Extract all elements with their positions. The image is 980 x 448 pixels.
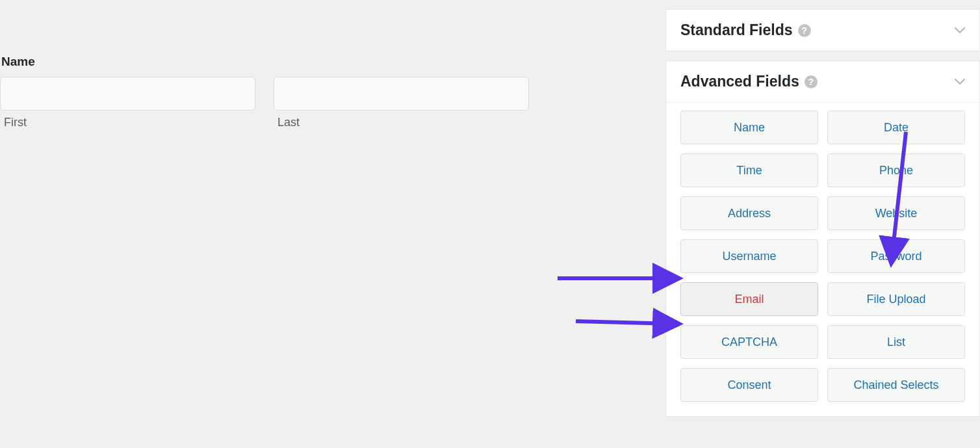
fields-sidebar: Standard Fields ? Advanced Fields ? Name…: [665, 0, 980, 448]
help-icon[interactable]: ?: [798, 24, 811, 37]
advanced-fields-body: Name Date Time Phone Address Website Use…: [666, 102, 979, 416]
last-name-sublabel: Last: [277, 116, 529, 129]
advanced-fields-header[interactable]: Advanced Fields ?: [666, 61, 979, 102]
field-button-file-upload[interactable]: File Upload: [827, 282, 965, 316]
advanced-fields-panel: Advanced Fields ? Name Date Time Phone A…: [665, 60, 980, 417]
caret-down-icon: [955, 79, 965, 85]
caret-down-icon: [955, 27, 965, 34]
first-name-sublabel: First: [4, 116, 255, 129]
field-button-captcha[interactable]: CAPTCHA: [680, 325, 818, 359]
field-button-consent[interactable]: Consent: [680, 368, 818, 402]
first-name-column: First: [0, 77, 255, 129]
field-button-name[interactable]: Name: [680, 111, 818, 144]
field-button-email[interactable]: Email: [680, 282, 818, 316]
help-icon[interactable]: ?: [805, 75, 818, 88]
field-button-address[interactable]: Address: [680, 196, 818, 230]
field-button-website[interactable]: Website: [827, 196, 965, 230]
field-button-date[interactable]: Date: [827, 111, 965, 144]
field-button-username[interactable]: Username: [680, 239, 818, 273]
last-name-input[interactable]: [274, 77, 529, 111]
last-name-column: Last: [274, 77, 529, 129]
field-button-time[interactable]: Time: [680, 153, 818, 187]
name-field-label: Name: [1, 55, 665, 69]
standard-fields-panel: Standard Fields ?: [665, 9, 980, 51]
name-inputs-row: First Last: [0, 77, 665, 129]
form-canvas: Name First Last: [0, 0, 665, 448]
advanced-fields-title: Advanced Fields: [680, 73, 799, 90]
standard-fields-header[interactable]: Standard Fields ?: [666, 10, 979, 51]
field-button-chained-selects[interactable]: Chained Selects: [827, 368, 965, 402]
field-button-password[interactable]: Password: [827, 239, 965, 273]
field-button-phone[interactable]: Phone: [827, 153, 965, 187]
first-name-input[interactable]: [0, 77, 255, 111]
field-button-list[interactable]: List: [827, 325, 965, 359]
standard-fields-title: Standard Fields: [680, 21, 793, 39]
